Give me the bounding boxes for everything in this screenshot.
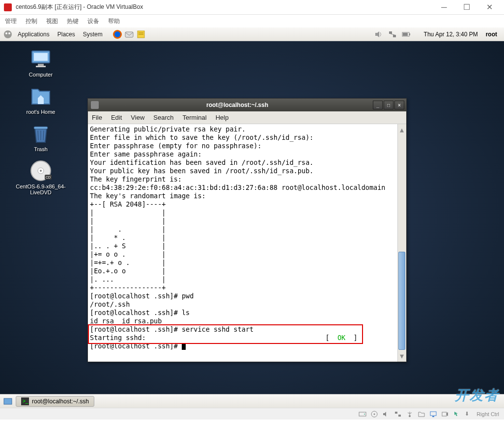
vb-menu-view[interactable]: 视图 — [46, 17, 58, 26]
svg-point-4 — [114, 31, 120, 37]
terminal-close-button[interactable]: × — [394, 101, 404, 109]
svg-text:CD: CD — [46, 176, 51, 179]
scrollbar-thumb[interactable] — [398, 252, 405, 350]
gnome-top-panel: Applications Places System Thu Apr 12, 3… — [0, 27, 504, 41]
term-menu-terminal[interactable]: Terminal — [183, 114, 207, 121]
svg-rect-43 — [442, 412, 447, 416]
terminal-titlebar[interactable]: root@localhost:~/.ssh _ □ × — [88, 99, 406, 111]
svg-rect-14 — [403, 33, 408, 36]
svg-point-0 — [4, 30, 12, 38]
battery-icon[interactable] — [401, 30, 411, 38]
term-menu-file[interactable]: File — [92, 114, 102, 121]
svg-text:>_: >_ — [23, 398, 28, 404]
svg-rect-19 — [34, 127, 48, 129]
svg-rect-10 — [393, 35, 396, 37]
svg-rect-17 — [38, 64, 44, 66]
scroll-down-icon[interactable]: ▾ — [400, 351, 404, 361]
terminal-window: root@localhost:~/.ssh _ □ × File Edit Vi… — [87, 98, 407, 362]
status-display-icon[interactable] — [429, 411, 437, 418]
foot-icon[interactable] — [3, 29, 13, 39]
mail-icon[interactable] — [124, 29, 134, 39]
desktop-icons: Computer root's Home Trash CD CentOS-6.9… — [9, 47, 73, 195]
term-menu-edit[interactable]: Edit — [111, 114, 122, 121]
terminal-menubar: File Edit View Search Terminal Help — [88, 111, 406, 124]
desktop-icon-home[interactable]: root's Home — [9, 84, 73, 115]
desktop-icon-trash[interactable]: Trash — [9, 122, 73, 152]
vb-menu-devices[interactable]: 设备 — [87, 17, 99, 26]
status-cd-icon[interactable] — [370, 411, 378, 418]
guest-desktop: Applications Places System Thu Apr 12, 3… — [0, 27, 504, 408]
show-desktop-icon[interactable] — [3, 396, 13, 406]
terminal-minimize-button[interactable]: _ — [373, 101, 383, 109]
svg-rect-41 — [430, 412, 436, 416]
term-menu-view[interactable]: View — [131, 114, 144, 121]
virtualbox-statusbar: ⬇ Right Ctrl — [0, 408, 504, 420]
status-mouse-icon[interactable] — [453, 411, 461, 418]
vb-menu-control[interactable]: 控制 — [26, 17, 37, 26]
svg-point-1 — [5, 32, 7, 34]
virtualbox-titlebar: centos6.9副本 [正在运行] - Oracle VM VirtualBo… — [0, 0, 504, 15]
icon-label: Computer — [29, 72, 53, 78]
desktop-icon-computer[interactable]: Computer — [9, 47, 73, 78]
svg-rect-36 — [398, 415, 401, 417]
svg-rect-13 — [409, 33, 410, 35]
host-key-label: Right Ctrl — [476, 411, 499, 417]
close-button[interactable]: ✕ — [482, 2, 496, 12]
svg-line-40 — [410, 413, 412, 414]
scroll-up-icon[interactable]: ▴ — [400, 125, 404, 134]
term-menu-help[interactable]: Help — [216, 114, 229, 121]
status-record-icon[interactable] — [441, 411, 449, 418]
svg-point-32 — [364, 414, 365, 415]
svg-rect-28 — [4, 398, 12, 404]
firefox-icon[interactable] — [112, 29, 122, 39]
sound-icon[interactable] — [374, 30, 384, 38]
terminal-output[interactable]: Generating public/private rsa key pair. … — [88, 124, 406, 351]
menu-applications[interactable]: Applications — [15, 30, 53, 39]
svg-rect-35 — [395, 412, 397, 414]
status-keyboard-icon[interactable]: ⬇ — [465, 411, 473, 418]
status-hd-icon[interactable] — [359, 411, 366, 418]
svg-rect-9 — [389, 31, 392, 34]
window-title: centos6.9副本 [正在运行] - Oracle VM VirtualBo… — [16, 3, 437, 11]
svg-rect-42 — [432, 416, 434, 417]
vb-menu-hotkeys[interactable]: 热键 — [67, 17, 79, 26]
minimize-button[interactable]: ─ — [437, 2, 451, 12]
terminal-maximize-button[interactable]: □ — [384, 101, 393, 109]
svg-rect-5 — [125, 32, 133, 37]
svg-point-34 — [374, 413, 375, 415]
desktop-icon-dvd[interactable]: CD CentOS-6.9-x86_64-LiveDVD — [9, 159, 73, 195]
virtualbox-icon — [4, 3, 12, 11]
gnome-bottom-panel: >_ root@localhost:~/.ssh 开发者 — [0, 394, 504, 408]
status-net-icon[interactable] — [394, 411, 402, 418]
menu-places[interactable]: Places — [55, 30, 78, 39]
terminal-body[interactable]: Generating public/private rsa key pair. … — [88, 124, 406, 362]
status-usb-icon[interactable] — [406, 411, 414, 418]
svg-rect-16 — [34, 53, 48, 61]
terminal-title: root@localhost:~/.ssh — [102, 102, 373, 108]
icon-label: Trash — [34, 146, 48, 152]
svg-point-25 — [40, 170, 42, 172]
maximize-button[interactable]: ☐ — [460, 2, 474, 12]
virtualbox-menubar: 管理 控制 视图 热键 设备 帮助 — [0, 15, 504, 27]
icon-label: CentOS-6.9-x86_64-LiveDVD — [9, 184, 73, 195]
terminal-scrollbar[interactable]: ▴ ▾ — [397, 124, 406, 362]
clock[interactable]: Thu Apr 12, 3:40 PM — [424, 31, 478, 38]
svg-rect-18 — [36, 66, 46, 67]
svg-line-39 — [408, 413, 410, 414]
network-icon[interactable] — [388, 30, 397, 38]
status-audio-icon[interactable] — [382, 411, 390, 418]
svg-line-11 — [391, 34, 394, 35]
watermark-text: 开发者 — [455, 386, 499, 405]
term-menu-search[interactable]: Search — [153, 114, 173, 121]
taskbar-item-terminal[interactable]: >_ root@localhost:~/.ssh — [16, 396, 94, 407]
menu-system[interactable]: System — [80, 30, 106, 39]
user-menu[interactable]: root — [482, 31, 501, 38]
vb-menu-help[interactable]: 帮助 — [108, 17, 120, 26]
svg-point-2 — [8, 32, 10, 34]
terminal-icon — [91, 101, 99, 109]
icon-label: root's Home — [27, 109, 56, 115]
vb-menu-manage[interactable]: 管理 — [5, 17, 17, 26]
status-shared-icon[interactable] — [418, 411, 425, 418]
taskbar-item-label: root@localhost:~/.ssh — [32, 398, 89, 405]
notes-icon[interactable] — [136, 29, 146, 39]
